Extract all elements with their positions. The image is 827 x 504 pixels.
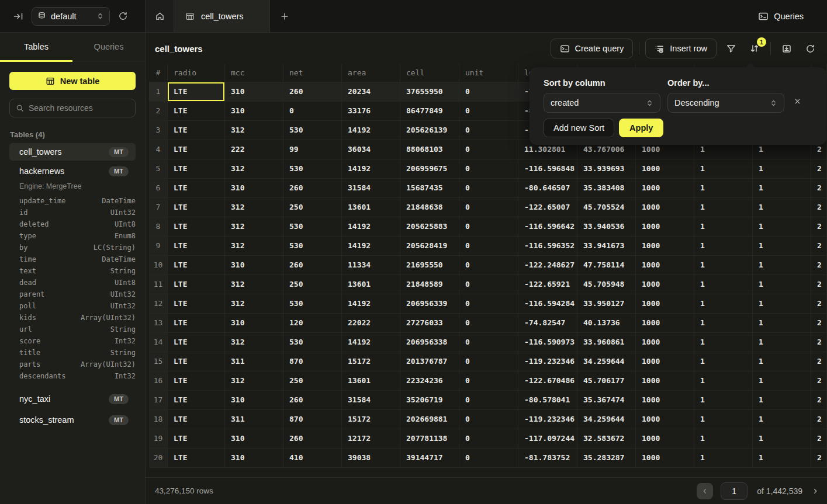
table-cell[interactable]: 2 xyxy=(811,256,827,274)
sort-button[interactable]: 1 xyxy=(745,39,764,58)
table-cell[interactable]: LTE xyxy=(168,333,225,352)
table-cell[interactable]: 1 xyxy=(753,429,811,448)
table-cell[interactable]: 260 xyxy=(283,82,342,101)
table-cell[interactable]: 1000 xyxy=(636,410,694,429)
table-cell[interactable]: 0 xyxy=(459,410,518,429)
table-cell[interactable]: 15172 xyxy=(342,352,400,371)
table-cell[interactable]: 1 xyxy=(694,449,753,467)
table-cell[interactable]: 0 xyxy=(459,429,518,448)
table-cell[interactable]: 1 xyxy=(753,371,811,390)
apply-sort-button[interactable]: Apply xyxy=(619,119,663,137)
table-cell[interactable]: 1 xyxy=(753,198,811,217)
table-cell[interactable]: 27276033 xyxy=(400,314,459,332)
previous-page-button[interactable] xyxy=(697,483,713,499)
new-tab-button[interactable] xyxy=(270,0,299,32)
table-cell[interactable]: 88068103 xyxy=(400,140,459,159)
table-cell[interactable]: -116.596848 xyxy=(518,159,577,178)
table-cell[interactable]: 40.13736 xyxy=(577,314,636,332)
table-cell[interactable]: 1 xyxy=(753,314,811,332)
table-cell[interactable]: LTE xyxy=(168,352,225,371)
table-cell[interactable]: 21848638 xyxy=(400,198,459,217)
table-cell[interactable]: 530 xyxy=(283,159,342,178)
queries-button[interactable]: Queries xyxy=(758,11,804,22)
table-cell[interactable]: 33.950127 xyxy=(577,294,636,313)
table-cell[interactable]: 0 xyxy=(459,371,518,390)
table-cell[interactable]: 22324236 xyxy=(400,371,459,390)
table-cell[interactable]: LTE xyxy=(168,449,225,467)
table-cell[interactable]: -116.590973 xyxy=(518,333,577,352)
remove-sort-button[interactable] xyxy=(794,98,801,105)
table-cell[interactable]: 0 xyxy=(459,237,518,255)
table-cell[interactable]: 1 xyxy=(753,352,811,371)
table-cell[interactable]: 312 xyxy=(225,333,283,352)
database-selector[interactable]: default xyxy=(32,7,110,26)
table-cell[interactable]: 2 xyxy=(811,237,827,255)
column-header[interactable]: cell xyxy=(400,64,459,82)
table-cell[interactable]: -74.82547 xyxy=(518,314,577,332)
sidebar-item-hackernews[interactable]: hackernews MT xyxy=(9,162,136,180)
table-cell[interactable]: 22022 xyxy=(342,314,400,332)
table-cell[interactable]: 870 xyxy=(283,410,342,429)
column-header[interactable]: unit xyxy=(459,64,518,82)
create-query-button[interactable]: Create query xyxy=(551,39,634,58)
table-cell[interactable]: 0 xyxy=(459,275,518,294)
table-cell[interactable]: 2 xyxy=(811,429,827,448)
table-cell[interactable]: 99 xyxy=(283,140,342,159)
table-cell[interactable]: 0 xyxy=(459,314,518,332)
table-cell[interactable]: 1 xyxy=(694,237,753,255)
table-cell[interactable]: LTE xyxy=(168,179,225,197)
table-cell[interactable]: 45.705524 xyxy=(577,198,636,217)
table-cell[interactable]: LTE xyxy=(168,294,225,313)
table-cell[interactable]: 260 xyxy=(283,391,342,409)
table-cell[interactable]: 1 xyxy=(753,159,811,178)
table-cell[interactable]: 1 xyxy=(694,179,753,197)
table-cell[interactable]: LTE xyxy=(168,121,225,140)
table-cell[interactable]: 260 xyxy=(283,429,342,448)
table-cell[interactable]: 2 xyxy=(811,159,827,178)
table-cell[interactable]: LTE xyxy=(168,429,225,448)
table-cell[interactable]: 0 xyxy=(283,102,342,120)
table-cell[interactable]: 120 xyxy=(283,314,342,332)
column-header[interactable]: area xyxy=(342,64,400,82)
table-cell[interactable]: 34.259644 xyxy=(577,410,636,429)
insert-row-button[interactable]: Insert row xyxy=(645,39,717,58)
table-cell[interactable]: 312 xyxy=(225,198,283,217)
table-cell[interactable]: 310 xyxy=(225,102,283,120)
table-cell[interactable]: 37655950 xyxy=(400,82,459,101)
table-cell[interactable]: 11334 xyxy=(342,256,400,274)
table-cell[interactable]: 530 xyxy=(283,294,342,313)
table-cell[interactable]: 310 xyxy=(225,429,283,448)
table-cell[interactable]: 1 xyxy=(694,410,753,429)
table-cell[interactable]: 1 xyxy=(694,198,753,217)
table-cell[interactable]: LTE xyxy=(168,275,225,294)
table-cell[interactable]: 35.383408 xyxy=(577,179,636,197)
table-cell[interactable]: 312 xyxy=(225,217,283,236)
table-cell[interactable]: 1 xyxy=(753,256,811,274)
table-cell[interactable]: 0 xyxy=(459,294,518,313)
table-cell[interactable]: 33.960861 xyxy=(577,333,636,352)
page-number-input[interactable] xyxy=(721,482,748,500)
table-cell[interactable]: 0 xyxy=(459,449,518,467)
table-cell[interactable]: 1 xyxy=(694,391,753,409)
table-cell[interactable]: 1 xyxy=(694,159,753,178)
table-cell[interactable]: -116.596352 xyxy=(518,237,577,255)
table-cell[interactable]: 1000 xyxy=(636,275,694,294)
table-cell[interactable]: 310 xyxy=(225,391,283,409)
table-cell[interactable]: 1 xyxy=(753,449,811,467)
table-cell[interactable]: 1 xyxy=(753,391,811,409)
table-cell[interactable]: 0 xyxy=(459,352,518,371)
table-cell[interactable]: 20234 xyxy=(342,82,400,101)
table-cell[interactable]: 31584 xyxy=(342,391,400,409)
table-cell[interactable]: -80.578041 xyxy=(518,391,577,409)
table-cell[interactable]: 14192 xyxy=(342,294,400,313)
new-table-button[interactable]: New table xyxy=(9,72,136,90)
tab-home[interactable] xyxy=(146,0,174,32)
table-cell[interactable]: -122.65007 xyxy=(518,198,577,217)
table-cell[interactable]: 312 xyxy=(225,159,283,178)
table-cell[interactable]: 45.705948 xyxy=(577,275,636,294)
table-cell[interactable]: 0 xyxy=(459,82,518,101)
table-cell[interactable]: 1 xyxy=(694,352,753,371)
table-cell[interactable]: 14192 xyxy=(342,121,400,140)
collapse-sidebar-icon[interactable] xyxy=(13,11,23,22)
table-cell[interactable]: 36034 xyxy=(342,140,400,159)
